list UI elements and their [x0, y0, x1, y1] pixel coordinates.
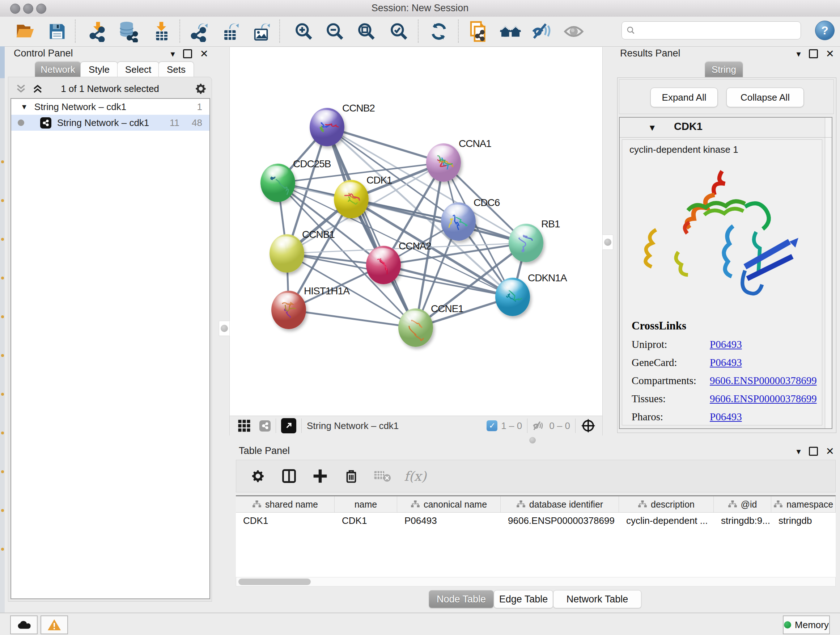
- network-node-CCNB1[interactable]: [270, 234, 304, 272]
- network-edge[interactable]: [289, 310, 416, 328]
- table-cell[interactable]: stringdb:9...: [714, 513, 771, 529]
- table-horizontal-scrollbar[interactable]: [236, 577, 836, 586]
- bottom-splitter-handle[interactable]: [525, 436, 540, 444]
- column-header-shared-name[interactable]: shared name: [236, 496, 335, 512]
- cloud-status-button[interactable]: [10, 616, 38, 634]
- search-field[interactable]: [622, 21, 801, 40]
- memory-button[interactable]: Memory: [783, 616, 830, 634]
- export-image-icon[interactable]: [250, 19, 274, 43]
- right-splitter-handle[interactable]: [602, 234, 613, 250]
- hide-glasses-icon[interactable]: [531, 19, 554, 43]
- table-cell[interactable]: 9606.ENSP00000378699: [501, 513, 619, 529]
- column-header-description[interactable]: description: [619, 496, 714, 512]
- tab-node-table[interactable]: Node Table: [429, 590, 494, 608]
- tab-sets[interactable]: Sets: [158, 62, 194, 77]
- zoom-out-icon[interactable]: [323, 19, 347, 43]
- column-header-name[interactable]: name: [335, 496, 397, 512]
- export-network-icon[interactable]: [187, 19, 211, 43]
- panel-float-icon[interactable]: [809, 49, 818, 58]
- table-cell[interactable]: P06493: [397, 513, 501, 529]
- tab-edge-table[interactable]: Edge Table: [494, 590, 553, 608]
- delete-column-trash-icon[interactable]: [342, 467, 361, 486]
- panel-close-icon[interactable]: ✕: [826, 48, 834, 60]
- open-in-window-icon[interactable]: [281, 418, 296, 433]
- left-splitter-handle[interactable]: [219, 321, 230, 336]
- collection-expander-icon[interactable]: ▼: [21, 103, 28, 111]
- copy-style-documents-icon[interactable]: [466, 19, 490, 43]
- panel-close-icon[interactable]: ✕: [200, 48, 208, 60]
- panel-close-icon[interactable]: ✕: [826, 445, 834, 457]
- hidden-items-eye-icon[interactable]: [532, 420, 546, 431]
- import-network-file-icon[interactable]: [86, 19, 110, 43]
- panel-menu-caret-icon[interactable]: ▾: [796, 49, 801, 59]
- expand-all-button[interactable]: Expand All: [651, 88, 718, 107]
- import-table-icon[interactable]: [149, 19, 173, 43]
- network-node-CCNB2[interactable]: [309, 108, 344, 146]
- open-session-icon[interactable]: [13, 19, 37, 43]
- network-node-CCNA1[interactable]: [426, 143, 461, 182]
- crosslink-link[interactable]: P06493: [710, 411, 742, 423]
- zoom-in-icon[interactable]: [292, 19, 316, 43]
- network-collection-row[interactable]: ▼ String Network – cdk1 1: [11, 99, 210, 115]
- network-share-view-icon[interactable]: [259, 420, 271, 432]
- table-row[interactable]: CDK1CDK1P064939606.ENSP00000378699cyclin…: [236, 513, 836, 529]
- crosslink-link[interactable]: 9606.ENSP00000378699: [710, 393, 817, 405]
- network-canvas[interactable]: CCNB2CCNA1CDC25BCDK1CDC6RB1CCNB1CCNA2CDK…: [229, 47, 603, 416]
- network-node-CCNA2[interactable]: [366, 246, 401, 284]
- network-node-CCNE1[interactable]: [398, 309, 433, 347]
- crosslink-label: Compartments:: [632, 375, 710, 386]
- warning-status-button[interactable]: [41, 616, 68, 634]
- network-node-CDC25B[interactable]: [261, 164, 295, 202]
- results-scrollbar[interactable]: [825, 118, 832, 428]
- add-column-icon[interactable]: [311, 467, 330, 486]
- selected-nodes-checkbox-icon[interactable]: ✓: [486, 420, 497, 431]
- scrollbar-thumb[interactable]: [238, 578, 311, 585]
- crosslink-link[interactable]: P06493: [710, 356, 742, 369]
- network-node-HIST1H1A[interactable]: [271, 291, 306, 329]
- save-session-icon[interactable]: [45, 19, 69, 43]
- panel-float-icon[interactable]: [183, 49, 192, 58]
- column-header-canonical-name[interactable]: canonical name: [397, 496, 501, 512]
- collapse-all-button[interactable]: Collapse All: [726, 88, 804, 107]
- table-cell[interactable]: CDK1: [335, 513, 397, 529]
- panel-menu-caret-icon[interactable]: ▾: [171, 49, 175, 59]
- table-options-gear-icon[interactable]: [248, 467, 267, 486]
- network-edge[interactable]: [351, 199, 526, 243]
- crosslink-link[interactable]: P06493: [710, 339, 742, 350]
- birdseye-crosshair-icon[interactable]: [581, 418, 596, 433]
- tab-select[interactable]: Select: [117, 62, 159, 77]
- zoom-fit-icon[interactable]: [355, 19, 378, 43]
- network-node-RB1[interactable]: [508, 224, 543, 262]
- import-network-database-icon[interactable]: [117, 19, 141, 43]
- column-header-namespace[interactable]: namespace: [771, 496, 836, 512]
- zoom-selected-icon[interactable]: [387, 19, 411, 43]
- table-cell[interactable]: cyclin-dependent ...: [619, 513, 714, 529]
- tab-network[interactable]: Network: [35, 62, 81, 77]
- network-row[interactable]: String Network – cdk1 11 48: [11, 115, 210, 131]
- grid-view-icon[interactable]: [238, 419, 251, 432]
- network-options-gear-icon[interactable]: [194, 82, 207, 95]
- crosslink-link[interactable]: 9606.ENSP00000378699: [710, 375, 817, 386]
- tab-style[interactable]: Style: [80, 62, 118, 77]
- eye-disabled-icon[interactable]: [562, 19, 586, 43]
- protein-header-row[interactable]: ▼ CDK1: [620, 118, 832, 138]
- table-cell[interactable]: stringdb: [771, 513, 836, 529]
- tab-string[interactable]: String: [705, 62, 743, 77]
- show-columns-icon[interactable]: [279, 467, 298, 486]
- panel-menu-caret-icon[interactable]: ▾: [796, 447, 801, 456]
- panel-float-icon[interactable]: [809, 447, 818, 456]
- tab-network-table[interactable]: Network Table: [553, 590, 641, 608]
- export-table-icon[interactable]: [218, 19, 242, 43]
- protein-expander-icon[interactable]: ▼: [648, 123, 657, 133]
- column-header-database-identifier[interactable]: database identifier: [501, 496, 619, 512]
- search-input[interactable]: [638, 25, 801, 36]
- network-node-CDK1[interactable]: [334, 180, 369, 218]
- table-cell[interactable]: CDK1: [236, 513, 335, 529]
- network-node-CDKN1A[interactable]: [495, 278, 530, 316]
- network-edge[interactable]: [327, 127, 416, 328]
- network-node-CDC6[interactable]: [441, 203, 476, 241]
- column-header--id[interactable]: @id: [714, 496, 771, 512]
- string-homes-icon[interactable]: [499, 19, 523, 43]
- refresh-icon[interactable]: [427, 19, 451, 43]
- help-icon[interactable]: ?: [815, 21, 835, 40]
